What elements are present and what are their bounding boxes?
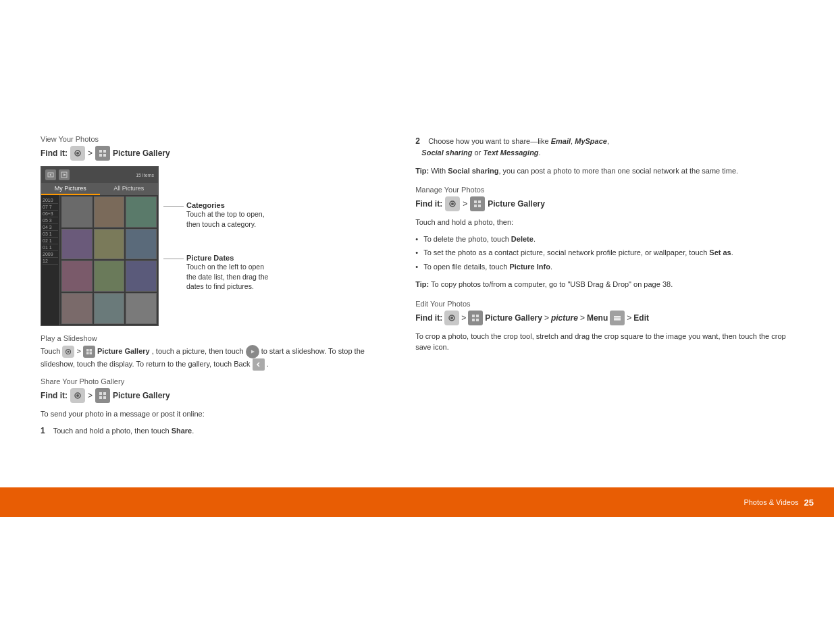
gallery-cell-7[interactable]	[61, 261, 93, 292]
step1-end: .	[192, 427, 194, 435]
svg-rect-3	[103, 150, 106, 153]
annotation-categories: Categories Touch at the top to open, the…	[163, 201, 271, 229]
menu-icon-edit	[610, 311, 625, 325]
step1-indent	[47, 427, 51, 435]
svg-rect-5	[103, 154, 106, 157]
play-slideshow-arrow: >	[76, 347, 82, 355]
launcher-icon	[70, 146, 85, 161]
gallery-header-slideshow-icon	[59, 169, 70, 180]
gallery-cell-1[interactable]	[61, 196, 93, 227]
svg-rect-33	[476, 319, 479, 321]
svg-rect-15	[255, 360, 263, 369]
edit-arrow4: >	[627, 313, 631, 323]
manage-bullet-3-bold: Picture Info	[509, 263, 550, 271]
share-gallery-section: Share Your Photo Gallery Find it: > Pict…	[41, 377, 388, 437]
sidebar-date-12: 12	[43, 258, 58, 265]
edit-find-it-arrow: >	[461, 313, 466, 323]
find-it-label: Find it:	[41, 149, 68, 158]
slideshow-start-icon	[246, 345, 259, 358]
manage-gallery-label: Picture Gallery	[488, 199, 545, 209]
manage-find-it-label: Find it:	[415, 199, 442, 209]
gallery-cell-4[interactable]	[61, 229, 93, 260]
view-photos-title: View Your Photos	[41, 135, 388, 143]
svg-rect-30	[472, 315, 475, 317]
gallery-icon-manage	[470, 196, 485, 211]
view-photos-find-it: Find it: > Picture Gallery	[41, 146, 388, 161]
svg-rect-25	[478, 200, 481, 203]
step2-or: or	[473, 149, 484, 157]
gallery-cell-10[interactable]	[61, 293, 93, 324]
svg-rect-19	[103, 392, 106, 395]
sidebar-date-04: 04 3	[43, 224, 58, 231]
sidebar-date-2010: 2010	[43, 197, 58, 204]
svg-rect-12	[86, 352, 89, 354]
gallery-icon-view	[95, 146, 110, 161]
play-slideshow-section: Play a Slideshow Touch > Picture Gallery…	[41, 334, 388, 371]
svg-rect-21	[103, 396, 106, 399]
edit-photos-find-it: Find it: > Picture Gallery > picture > M…	[415, 311, 793, 325]
tip1-text: Tip: With Social sharing, you can post a…	[415, 165, 793, 177]
gallery-cell-2[interactable]	[94, 196, 125, 227]
manage-bullet-1: To delete the photo, touch Delete.	[415, 234, 793, 245]
svg-rect-34	[614, 316, 621, 317]
gallery-cell-5[interactable]	[94, 229, 125, 260]
page-wrapper: View Your Photos Find it: > Picture Gall…	[0, 0, 834, 644]
manage-photos-title: Manage Your Photos	[415, 186, 793, 194]
manage-tip: Tip: To copy photos to/from a computer, …	[415, 279, 793, 290]
gallery-cell-3[interactable]	[126, 196, 157, 227]
gallery-cell-9[interactable]	[126, 261, 157, 292]
gallery-mockup-grid	[60, 195, 158, 325]
edit-menu-label-text: Menu	[587, 313, 608, 323]
gallery-cell-11[interactable]	[94, 293, 125, 324]
step1-bold: Share	[172, 427, 192, 435]
gallery-cell-12[interactable]	[126, 293, 157, 324]
step2-indent	[422, 137, 426, 145]
svg-rect-2	[99, 150, 102, 153]
step2-before: Choose how you want to share—like	[428, 137, 551, 145]
step2-email: Email	[551, 137, 571, 145]
gallery-cell-6[interactable]	[126, 229, 157, 260]
manage-bullet-2-bold: Set as	[709, 248, 731, 257]
play-slideshow-text4: .	[267, 360, 269, 368]
share-gallery-label: Picture Gallery	[113, 391, 170, 400]
manage-bullet-list: To delete the photo, touch Delete. To se…	[415, 234, 793, 273]
edit-find-it-label: Find it:	[415, 313, 442, 323]
svg-rect-13	[89, 352, 92, 354]
right-column: 2 Choose how you want to share—like Emai…	[402, 135, 793, 487]
annotation-categories-content: Categories Touch at the top to open, the…	[186, 201, 271, 229]
share-find-it-label: Find it:	[41, 391, 68, 400]
share-intro-text: To send your photo in a message or post …	[41, 408, 388, 420]
sidebar-date-03: 03 1	[43, 231, 58, 238]
tip1-bold: Social sharing	[448, 167, 498, 175]
manage-find-it-arrow: >	[463, 199, 467, 209]
svg-rect-4	[99, 154, 102, 157]
gallery-header-count: 15 Items	[136, 173, 154, 178]
manage-bullet-2: To set the photo as a contact picture, s…	[415, 247, 793, 259]
annotation-dates-content: Picture Dates Touch on the left to open …	[186, 254, 271, 292]
edit-photos-section: Edit Your Photos Find it: > Picture Gall…	[415, 300, 793, 353]
manage-tip-text: To copy photos to/from a computer, go to…	[429, 280, 673, 288]
svg-rect-18	[99, 392, 102, 395]
annotation-dates-title: Picture Dates	[186, 254, 271, 262]
edit-gallery-label: Picture Gallery	[485, 313, 542, 323]
gallery-cell-8[interactable]	[94, 261, 125, 292]
step2-num: 2	[415, 136, 420, 146]
share-find-it-arrow: >	[88, 391, 93, 400]
launcher-icon-slideshow	[62, 346, 74, 358]
view-photos-section: View Your Photos Find it: > Picture Gall…	[41, 135, 388, 326]
svg-point-29	[450, 317, 453, 319]
edit-body-text: To crop a photo, touch the crop tool, st…	[415, 331, 793, 353]
annotation-categories-title: Categories	[186, 201, 271, 209]
svg-point-23	[451, 203, 454, 205]
svg-rect-27	[478, 205, 481, 207]
sidebar-date-07: 07 7	[43, 204, 58, 211]
view-photos-gallery-label: Picture Gallery	[113, 149, 170, 158]
play-slideshow-text2: , touch a picture, then touch	[152, 347, 246, 355]
gallery-mockup-sidebar: 2010 07 7 06+3 05 3 04 3 03 1 02 1 01 1 …	[41, 195, 60, 325]
gallery-tab-all-pictures[interactable]: All Pictures	[100, 183, 159, 195]
tip1-label: Tip:	[415, 167, 429, 175]
step2-social: Social sharing	[421, 149, 472, 157]
svg-rect-31	[476, 315, 479, 317]
gallery-tab-my-pictures[interactable]: My Pictures	[41, 183, 100, 195]
svg-rect-35	[614, 317, 621, 319]
